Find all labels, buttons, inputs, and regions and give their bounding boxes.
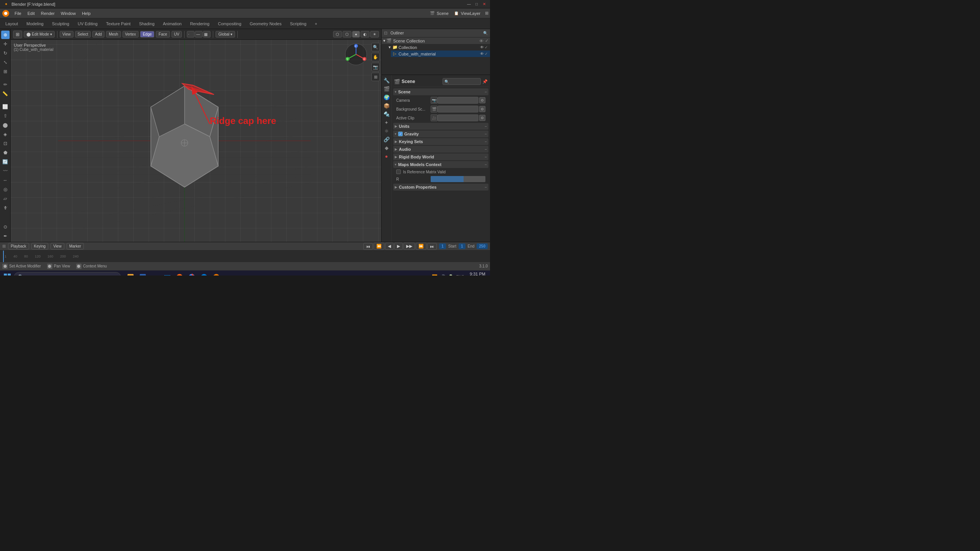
edge-select-mode[interactable]: — [195,31,203,37]
rotate-tool[interactable]: ↻ [1,49,10,57]
object-eye[interactable]: 👁 [480,52,484,56]
tab-animation[interactable]: Animation [159,20,186,28]
gravity-section-header[interactable]: ▾ ✓ Gravity − [393,130,488,137]
keying-menu[interactable]: Keying [31,243,49,249]
tray-network-icon[interactable]: 📶 [432,274,438,276]
object-name[interactable]: Cube_with_material [399,52,436,56]
props-data-icon[interactable]: ◆ [383,144,390,152]
taskbar-app-chrome[interactable] [186,271,198,276]
transform-tool[interactable]: ⊞ [1,67,10,76]
windows-start-button[interactable] [2,271,13,276]
face-select-mode[interactable]: ▦ [203,31,211,37]
menu-render[interactable]: Render [38,10,58,16]
maximize-button[interactable]: □ [474,2,479,7]
vertex-select-mode[interactable]: · [187,31,194,37]
units-section-header[interactable]: ▶ Units − [393,123,488,130]
playback-menu[interactable]: Playback [8,243,29,249]
taskbar-app-edge[interactable] [198,271,210,276]
inset-tool[interactable]: ⬤ [1,121,10,129]
tab-compositing[interactable]: Compositing [214,20,245,28]
units-section-options[interactable]: − [485,124,487,129]
maps-models-options[interactable]: − [485,163,487,167]
vertex-menu[interactable]: Vertex [122,31,139,37]
camera-picker-btn[interactable]: ⊙ [479,97,485,103]
props-active-tool-icon[interactable]: 🔧 [383,77,390,84]
taskbar-app-mail[interactable] [162,271,173,276]
is-reference-checkbox[interactable] [396,170,401,174]
r-field-value[interactable] [431,176,485,182]
props-search-box[interactable]: 🔍 [443,78,481,85]
camera-view[interactable]: 📷 [371,63,380,71]
tab-layout[interactable]: Layout [2,20,22,28]
menu-file[interactable]: File [11,10,24,16]
select-menu[interactable]: Select [75,31,91,37]
proportional-edit-btn[interactable]: ⊙ [1,223,10,231]
spin-tool[interactable]: 🔄 [1,158,10,166]
active-clip-value[interactable] [438,114,479,121]
rigid-body-section-header[interactable]: ▶ Rigid Body World − [393,153,488,160]
annotate-tool[interactable]: ✏ [1,80,10,89]
tray-clock[interactable]: 9:31 PM 9/05/2023 [467,271,485,276]
mode-select[interactable]: ⬤ Edit Mode ▾ [24,31,55,37]
object-vis[interactable]: ✓ [485,52,488,56]
taskbar-app-files[interactable] [149,271,161,276]
keying-sets-section-header[interactable]: ▶ Keying Sets − [393,138,488,145]
minimize-button[interactable]: — [466,2,472,7]
props-physics-icon[interactable]: ⚛ [383,127,390,135]
tab-geometry-nodes[interactable]: Geometry Nodes [246,20,285,28]
close-button[interactable]: ✕ [482,2,487,7]
uv-menu[interactable]: UV [172,31,182,37]
taskbar-search-box[interactable]: 🔍 Type here to search [14,272,121,276]
taskbar-app-blender[interactable] [211,271,222,276]
props-particles-icon[interactable]: ✦ [383,119,390,126]
editor-type-icon[interactable]: ⊞ [485,11,488,16]
custom-props-options[interactable]: − [485,185,487,189]
props-scene-icon[interactable]: 🎬 [383,85,390,93]
background-sc-btn[interactable]: ⊙ [479,106,485,112]
maps-models-section-header[interactable]: ▾ Maps Models Context − [393,161,488,168]
play-btn[interactable]: ▶ [394,243,403,250]
scene-section-header[interactable]: ▾ Scene − [393,88,488,95]
tab-shading[interactable]: Shading [135,20,158,28]
view-zoom-in[interactable]: 🔍 [371,43,380,51]
viewport-shading-mat[interactable]: ◐ [361,31,369,37]
audio-options[interactable]: − [485,147,487,152]
timeline-ruler[interactable]: 1 40 80 120 160 200 240 [0,251,490,262]
jump-end-btn[interactable]: ⏭ [427,243,437,250]
custom-props-section-header[interactable]: ▶ Custom Properties − [393,184,488,191]
rigid-body-options[interactable]: − [485,155,487,159]
props-material-icon[interactable]: ● [383,152,390,160]
tab-sculpting[interactable]: Sculpting [48,20,73,28]
props-object-icon[interactable]: 📦 [383,102,390,109]
viewport-shading-render[interactable]: ☀ [370,31,379,37]
view-menu-timeline[interactable]: View [51,243,64,249]
taskbar-app-firefox[interactable] [174,271,185,276]
scene-section-options[interactable]: − [485,90,487,94]
scene-collection-label[interactable]: Scene Collection [393,39,425,43]
background-sc-value[interactable] [438,106,479,112]
scene-collection-visible[interactable]: ✓ [485,38,488,43]
view-grid[interactable]: ⊞ [371,73,380,81]
next-frame-btn[interactable]: ▶▶ [403,243,415,250]
current-frame-display[interactable]: 1 [439,243,446,249]
camera-value[interactable] [438,97,479,104]
collection-name[interactable]: Collection [399,45,417,50]
taskbar-app-explorer[interactable] [125,271,136,276]
prev-frame-btn[interactable]: ◀ [385,243,394,250]
add-menu[interactable]: Add [92,31,105,37]
smooth-tool[interactable]: 〰 [1,167,10,175]
face-menu[interactable]: Face [156,31,170,37]
menu-edit[interactable]: Edit [24,10,38,16]
viewport-3d[interactable]: ⊞ ⬤ Edit Mode ▾ View Select Add Mesh Ver… [11,29,381,242]
transform-orientation[interactable]: Global ▾ [216,31,235,37]
start-frame[interactable]: 1 [459,243,466,249]
audio-section-header[interactable]: ▶ Audio − [393,146,488,153]
tray-volume-icon[interactable]: 🔊 [440,274,446,276]
xray-toggle[interactable]: ⬡ [333,31,342,37]
props-constraints-icon[interactable]: 🔗 [383,135,390,143]
shear-tool[interactable]: ▱ [1,194,10,203]
tab-modeling[interactable]: Modeling [23,20,47,28]
end-frame[interactable]: 250 [477,243,488,249]
viewport-shading-wire[interactable]: ⬡ [343,31,351,37]
view-menu[interactable]: View [60,31,74,37]
